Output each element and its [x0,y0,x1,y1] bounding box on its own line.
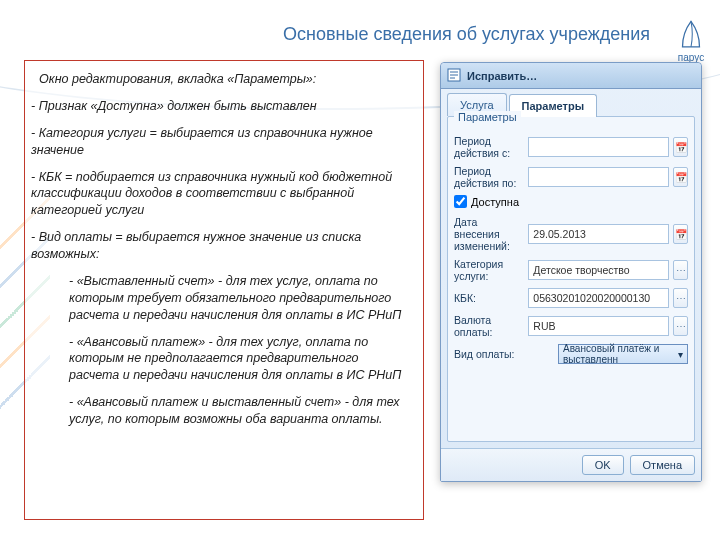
chevron-down-icon: ▾ [678,349,683,360]
dialog-footer: OK Отмена [441,448,701,481]
logo: парус [674,18,708,63]
instruction-item: - Вид оплаты = выбирается нужное значени… [31,229,409,263]
label-period-to: Период действия по: [454,165,524,189]
lookup-icon[interactable]: ⋯ [673,260,688,280]
currency-input[interactable] [528,316,669,336]
instructions-panel: Окно редактирования, вкладка «Параметры»… [24,60,424,520]
kbk-input[interactable] [528,288,669,308]
available-checkbox-row[interactable]: Доступна [454,195,688,208]
instruction-item: - Категория услуги = выбирается из справ… [31,125,409,159]
label-category: Категория услуги: [454,258,524,282]
page-title: Основные сведения об услугах учреждения [283,24,650,45]
instructions-intro: Окно редактирования, вкладка «Параметры»… [39,71,409,88]
calendar-icon[interactable]: 📅 [673,137,688,157]
label-pay-kind: Вид оплаты: [454,348,554,360]
tab-params[interactable]: Параметры [509,94,597,117]
label-available: Доступна [471,196,519,208]
lookup-icon[interactable]: ⋯ [673,316,688,336]
category-input[interactable] [528,260,669,280]
available-checkbox[interactable] [454,195,467,208]
edit-dialog: Исправить… Услуга Параметры Параметры Пе… [440,62,702,482]
calendar-icon[interactable]: 📅 [673,224,688,244]
label-currency: Валюта оплаты: [454,314,524,338]
pay-kind-dropdown[interactable]: Авансовый платёж и выставленн ▾ [558,344,688,364]
pay-kind-value: Авансовый платёж и выставленн [563,343,678,365]
ok-button[interactable]: OK [582,455,624,475]
label-change-date: Дата внесения изменений: [454,216,524,252]
cancel-button[interactable]: Отмена [630,455,695,475]
instruction-item: - Признак «Доступна» должен быть выставл… [31,98,409,115]
period-from-input[interactable] [528,137,669,157]
calendar-icon[interactable]: 📅 [673,167,688,187]
change-date-input[interactable] [528,224,669,244]
period-to-input[interactable] [528,167,669,187]
label-period-from: Период действия с: [454,135,524,159]
app-icon [447,68,461,84]
dialog-title: Исправить… [467,70,537,82]
dialog-titlebar[interactable]: Исправить… [441,63,701,89]
instruction-item: - КБК = подбирается из справочника нужны… [31,169,409,220]
fieldset-legend: Параметры [454,111,521,123]
params-fieldset: Параметры Период действия с: 📅 Период де… [447,116,695,442]
instruction-sub: - «Выставленный счет» - для тех услуг, о… [69,273,409,324]
sail-icon [674,18,708,52]
label-kbk: КБК: [454,292,524,304]
instruction-sub: - «Авансовый платеж» - для тех услуг, оп… [69,334,409,385]
instruction-sub: - «Авансовый платеж и выставленный счет»… [69,394,409,428]
lookup-icon[interactable]: ⋯ [673,288,688,308]
